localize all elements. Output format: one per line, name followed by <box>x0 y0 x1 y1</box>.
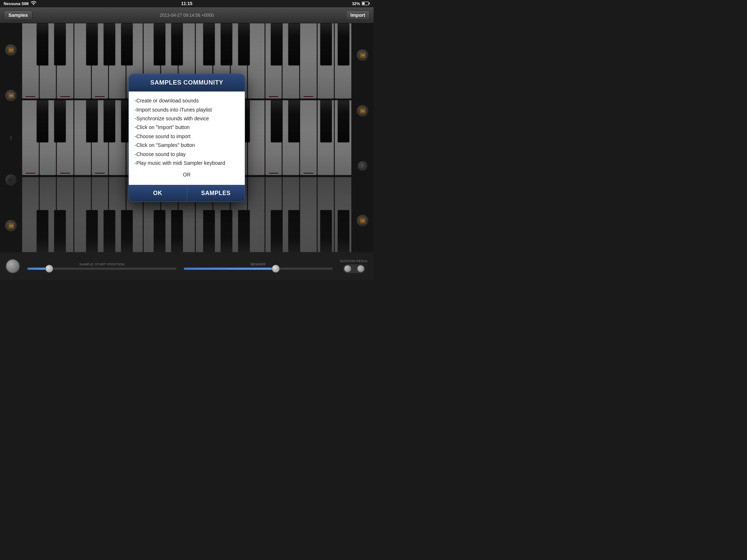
nav-bar: Samples 2013-04-27 09:14:56 +0000 Import <box>0 7 374 23</box>
instruction-7: -Choose sound to play <box>135 150 239 158</box>
modal-dialog: SAMPLES COMMUNITY -Create or download so… <box>128 74 245 202</box>
instruction-5: -Choose sound to import <box>135 132 239 140</box>
bottom-bar: SAMPLE START POSITION BENDER SUSTAIN PED… <box>0 252 374 280</box>
modal-footer: OK SAMPLES <box>128 185 245 202</box>
bender-slider[interactable] <box>184 268 333 270</box>
wifi-icon <box>31 1 36 6</box>
status-bar: Nessuna SIM 11:15 32% <box>0 0 374 7</box>
bender-group: BENDER <box>184 262 333 270</box>
svg-rect-1 <box>369 3 370 4</box>
instruction-8: -Play music with midi Sampler keyboard <box>135 159 239 167</box>
status-left: Nessuna SIM <box>4 1 36 6</box>
nav-import-button[interactable]: Import <box>346 10 370 20</box>
battery-icon <box>362 1 370 6</box>
toggle-left-circle <box>344 265 351 272</box>
instruction-6: -Click on "Samples" button <box>135 141 239 149</box>
nav-samples-button[interactable]: Samples <box>4 10 32 20</box>
modal-title: SAMPLES COMMUNITY <box>150 79 223 86</box>
sample-start-group: SAMPLE START POSITION <box>27 262 177 270</box>
battery-label: 32% <box>352 1 360 6</box>
carrier-label: Nessuna SIM <box>4 1 28 6</box>
modal-body: -Create or download sounds -Import sound… <box>128 92 245 185</box>
modal-overlay: SAMPLES COMMUNITY -Create or download so… <box>0 23 374 252</box>
modal-header: SAMPLES COMMUNITY <box>128 74 245 92</box>
instruction-1: -Create or download sounds <box>135 97 239 105</box>
instruction-4: -Click on "Import" button <box>135 123 239 131</box>
nav-timestamp: 2013-04-27 09:14:56 +0000 <box>160 13 214 18</box>
instruction-2: -Import sounds into iTunes playlist <box>135 106 239 114</box>
modal-or: OR <box>135 171 239 179</box>
bender-label: BENDER <box>251 262 266 266</box>
svg-rect-2 <box>363 2 365 4</box>
sample-start-label: SAMPLE START POSITION <box>80 262 125 266</box>
instruction-3: -Synchronize sounds with device <box>135 114 239 122</box>
status-right: 32% <box>352 1 370 6</box>
sample-start-slider[interactable] <box>27 268 177 270</box>
volume-knob[interactable] <box>5 259 20 273</box>
piano-area: ⏩ ⏪ 1 ⏪ ⏪ ⏩ i ⏩ <box>0 23 374 252</box>
modal-ok-button[interactable]: OK <box>129 185 187 202</box>
status-time: 11:15 <box>181 1 193 6</box>
toggle-right-circle <box>357 265 364 272</box>
sample-start-thumb[interactable] <box>45 265 53 273</box>
sustain-label: SUSTAIN PEDAL <box>340 259 368 263</box>
bender-thumb[interactable] <box>272 265 280 273</box>
sustain-toggle[interactable] <box>343 264 365 273</box>
modal-samples-button[interactable]: SAMPLES <box>187 185 245 202</box>
sustain-pedal-group: SUSTAIN PEDAL <box>340 259 368 273</box>
